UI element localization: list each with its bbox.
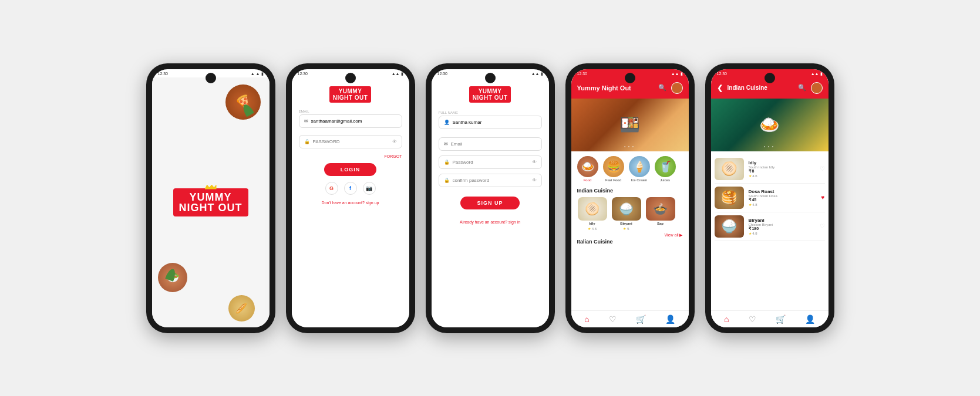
battery-4: ▮ — [681, 72, 683, 76]
profile-nav-icon[interactable]: 👤 — [665, 314, 675, 324]
signup-password-wrapper[interactable]: 🔒 👁 — [439, 155, 542, 169]
phone-signup: 12:30 ▲▲ ▮ YUMMY NIGHT OUT FULL NAME — [426, 63, 555, 333]
signup-eye-icon[interactable]: 👁 — [532, 160, 537, 165]
password-field-group: 🔒 👁 — [299, 135, 402, 153]
food-category-label: Food — [584, 178, 592, 182]
signin-link-text[interactable]: sign in — [508, 220, 520, 224]
favorites-nav-icon-cuisine[interactable]: ♡ — [749, 314, 756, 324]
idly-favorite-icon[interactable]: ♡ — [820, 165, 825, 172]
notch-2 — [345, 73, 356, 83]
menu-list: 🫓 Idly South Indian Idly ₹ 8 ★ 4.6 ♡ 🥞 D… — [711, 151, 829, 310]
google-login-icon[interactable]: G — [325, 182, 338, 195]
fullname-input[interactable] — [453, 120, 537, 125]
battery-2: ▮ — [401, 72, 403, 76]
food-card-idly[interactable]: 🫓 Idly ★ 4.6 — [577, 197, 608, 231]
profile-nav-icon-cuisine[interactable]: 👤 — [805, 314, 815, 324]
favorites-nav-icon[interactable]: ♡ — [609, 314, 617, 324]
facebook-login-icon[interactable]: f — [344, 182, 357, 195]
signup-logo: YUMMY NIGHT OUT — [469, 86, 511, 103]
splash-screen: 🍕 🥗 🥖 YUMMY NIGHT OUT — [152, 77, 270, 327]
cart-nav-icon[interactable]: 🛒 — [636, 314, 646, 324]
menu-dosa-img: 🥞 — [715, 187, 744, 209]
category-juices[interactable]: 🥤 Juices — [655, 156, 676, 182]
indian-cuisine-items: 🫓 Idly ★ 4.6 🍚 Biryani ★ 5 🍲 Sap — [571, 195, 689, 233]
confirm-password-wrapper[interactable]: 🔒 👁 — [439, 174, 542, 187]
category-fastfood[interactable]: 🍔 Fast Food — [603, 156, 624, 182]
back-button[interactable]: ❮ — [717, 84, 723, 92]
instagram-login-icon[interactable]: 📷 — [363, 182, 376, 195]
home-nav-icon-cuisine[interactable]: ⌂ — [724, 314, 729, 324]
fullname-input-wrapper[interactable]: 👤 — [439, 116, 542, 129]
user-avatar-home[interactable] — [671, 82, 683, 94]
food-card-sap[interactable]: 🍲 Sap — [645, 197, 676, 231]
signal-icon-1: ▲ — [251, 72, 255, 76]
confirm-eye-icon[interactable]: 👁 — [532, 178, 537, 183]
biryani-favorite-icon[interactable]: ♡ — [820, 223, 825, 229]
login-logo-line2: NIGHT OUT — [333, 94, 368, 101]
category-food[interactable]: 🍛 Food — [577, 156, 598, 182]
biryani-name: Biryani — [620, 222, 632, 225]
user-avatar-cuisine[interactable] — [811, 82, 823, 94]
notch-5 — [765, 73, 775, 83]
menu-dosa-info: Dosa Roast South Indian Dosa ₹ 45 ★ 4.8 — [749, 189, 817, 207]
signup-password-input[interactable] — [453, 160, 529, 165]
category-icecream[interactable]: 🍦 Ice Cream — [629, 156, 650, 182]
status-icons-3: ▲▲ ▮ — [531, 72, 543, 76]
forgot-link[interactable]: FORGOT — [299, 154, 402, 158]
menu-item-biryani[interactable]: 🍚 Biryani Chicken Biryani ₹ 180 ★ 4.8 ♡ — [715, 212, 825, 241]
status-time-3: 12:30 — [437, 72, 448, 76]
food-card-biryani[interactable]: 🍚 Biryani ★ 5 — [611, 197, 642, 231]
status-time-2: 12:30 — [298, 72, 308, 76]
biryani-image: 🍚 — [612, 197, 641, 221]
email-icon: ✉ — [304, 119, 308, 124]
cuisine-hero-image: 🍛 — [711, 99, 829, 151]
logo-badge: YUMMY NIGHT OUT — [173, 188, 248, 216]
view-all-indian[interactable]: View all ▶ — [571, 233, 689, 238]
notch-3 — [485, 73, 496, 83]
status-icons-4: ▲▲ ▮ — [671, 72, 683, 76]
login-screen: YUMMY NIGHT OUT EMAIL ✉ 🔒 — [292, 77, 409, 327]
icecream-category-img: 🍦 — [629, 156, 650, 177]
signup-link-text[interactable]: sign up — [366, 201, 379, 205]
home-nav-icon[interactable]: ⌂ — [584, 314, 589, 324]
password-input[interactable] — [313, 139, 389, 144]
signup-prompt: Don't have an account? sign up — [322, 201, 379, 205]
signal-5: ▲▲ — [811, 72, 819, 76]
menu-biryani-name: Biryani — [749, 218, 815, 223]
status-time-4: 12:30 — [577, 72, 588, 76]
sap-name: Sap — [657, 222, 664, 225]
categories-row: 🍛 Food 🍔 Fast Food 🍦 Ice Cream 🥤 Juices — [571, 151, 689, 187]
cuisine-screen: ❮ Indian Cuisine 🔍 🍛 🫓 Idly So — [711, 77, 829, 327]
dosa-favorite-icon[interactable]: ♥ — [821, 194, 825, 201]
email-input-wrapper[interactable]: ✉ — [299, 114, 402, 128]
search-icon-cuisine[interactable]: 🔍 — [798, 84, 806, 92]
fullname-label: FULL NAME — [439, 111, 542, 114]
signup-button[interactable]: SIGN UP — [460, 197, 519, 209]
lock-icon: 🔒 — [304, 139, 310, 144]
icecream-category-label: Ice Cream — [631, 178, 648, 182]
signup-email-input[interactable] — [451, 141, 537, 147]
notch-1 — [206, 73, 216, 83]
password-input-wrapper[interactable]: 🔒 👁 — [299, 135, 402, 148]
confirm-password-input[interactable] — [453, 178, 529, 183]
menu-idly-info: Idly South Indian Idly ₹ 8 ★ 4.6 — [749, 160, 815, 178]
cart-nav-icon-cuisine[interactable]: 🛒 — [776, 314, 786, 324]
menu-item-idly[interactable]: 🫓 Idly South Indian Idly ₹ 8 ★ 4.6 ♡ — [715, 155, 825, 184]
status-time-5: 12:30 — [717, 72, 728, 76]
menu-idly-img: 🫓 — [715, 158, 744, 180]
status-icons-5: ▲▲ ▮ — [811, 72, 823, 76]
phone-home: 12:30 ▲▲ ▮ Yummy Night Out 🔍 🍱 — [565, 63, 695, 333]
bottom-nav-cuisine: ⌂ ♡ 🛒 👤 — [711, 310, 829, 327]
login-logo: YUMMY NIGHT OUT — [329, 86, 372, 103]
search-icon-home[interactable]: 🔍 — [658, 84, 666, 92]
battery-icon-1: ▮ — [261, 72, 264, 76]
email-input[interactable] — [311, 119, 397, 124]
home-header-title: Yummy Night Out — [577, 84, 631, 92]
food-category-img: 🍛 — [577, 156, 598, 177]
login-button[interactable]: LOGIN — [324, 163, 377, 176]
signal-2: ▲▲ — [392, 72, 400, 76]
eye-icon[interactable]: 👁 — [392, 139, 397, 144]
signup-logo-line2: NIGHT OUT — [473, 94, 508, 101]
signup-email-wrapper[interactable]: ✉ — [439, 137, 542, 151]
menu-item-dosa[interactable]: 🥞 Dosa Roast South Indian Dosa ₹ 45 ★ 4.… — [715, 184, 825, 212]
